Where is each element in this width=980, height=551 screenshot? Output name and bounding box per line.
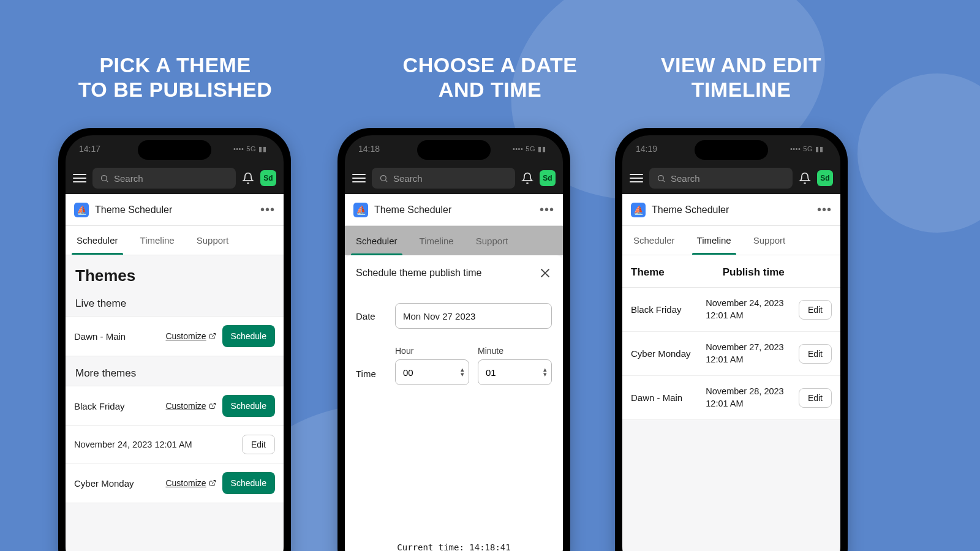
search-input[interactable]: Search <box>92 168 236 189</box>
bell-icon[interactable] <box>799 172 811 184</box>
svg-point-2 <box>381 175 386 181</box>
app-icon: ⛵ <box>353 203 368 217</box>
svg-line-1 <box>106 180 108 182</box>
phone-modal: 14:18 ••••5G▮▮ Search Sd ⛵ Theme Schedul… <box>337 128 570 551</box>
app-icon: ⛵ <box>74 203 89 217</box>
date-input[interactable] <box>395 303 552 329</box>
customize-link[interactable]: Customize <box>165 478 216 488</box>
bell-icon[interactable] <box>521 172 533 184</box>
customize-link[interactable]: Customize <box>165 401 216 411</box>
svg-line-7 <box>663 180 665 182</box>
search-input[interactable]: Search <box>649 168 793 189</box>
modal-title: Schedule theme publish time <box>356 268 481 279</box>
current-time: Current time: 14:18:41 <box>345 541 563 551</box>
caption-3: VIEW AND EDITTIMELINE <box>612 53 870 102</box>
minute-label: Minute <box>478 346 552 356</box>
menu-icon[interactable] <box>73 171 86 185</box>
tab-support[interactable]: Support <box>465 226 519 255</box>
menu-icon[interactable] <box>630 171 643 185</box>
search-icon <box>100 174 109 183</box>
edit-button[interactable]: Edit <box>799 300 832 320</box>
svg-line-3 <box>385 180 387 182</box>
search-placeholder: Search <box>671 173 700 184</box>
status-net: ••••5G▮▮ <box>513 145 546 153</box>
search-icon <box>657 174 666 183</box>
phone-scheduler: 14:17 ••••5G▮▮ Search Sd ⛵ Theme Schedul… <box>58 128 291 551</box>
more-icon[interactable]: ••• <box>540 203 554 217</box>
app-title: Theme Scheduler <box>374 204 533 216</box>
more-themes-heading: More themes <box>66 356 284 386</box>
caption-2: CHOOSE A DATEAND TIME <box>361 53 619 102</box>
live-theme-heading: Live theme <box>66 291 284 316</box>
tab-support[interactable]: Support <box>742 226 797 255</box>
hour-label: Hour <box>395 346 469 356</box>
col-theme: Theme <box>631 266 723 279</box>
schedule-button[interactable]: Schedule <box>222 472 275 494</box>
status-clock: 14:18 <box>358 144 380 154</box>
schedule-modal: Schedule theme publish time Date Time Ho… <box>345 255 563 551</box>
external-icon <box>209 479 216 487</box>
search-placeholder: Search <box>393 173 423 184</box>
timeline-row: Cyber Monday November 27, 2023 12:01 AM … <box>622 332 840 376</box>
date-label: Date <box>356 311 385 321</box>
search-input[interactable]: Search <box>372 168 515 189</box>
row-publish: November 24, 2023 12:01 AM <box>706 298 799 321</box>
search-placeholder: Search <box>114 173 143 184</box>
theme-name: Cyber Monday <box>74 478 159 489</box>
edit-button[interactable]: Edit <box>799 344 832 364</box>
status-net: ••••5G▮▮ <box>233 145 266 153</box>
app-icon: ⛵ <box>631 203 646 217</box>
row-theme: Dawn - Main <box>631 392 706 403</box>
status-clock: 14:17 <box>79 144 100 154</box>
external-icon <box>209 402 216 410</box>
app-title: Theme Scheduler <box>652 204 811 216</box>
status-bar: 14:17 ••••5G▮▮ <box>66 135 284 162</box>
tab-scheduler[interactable]: Scheduler <box>622 226 686 255</box>
schedule-button[interactable]: Schedule <box>222 395 275 417</box>
theme-name: Black Friday <box>74 401 159 411</box>
more-icon[interactable]: ••• <box>260 203 275 217</box>
tab-scheduler[interactable]: Scheduler <box>345 226 409 255</box>
timeline-row: Dawn - Main November 28, 2023 12:01 AM E… <box>622 376 840 420</box>
minute-select[interactable]: 01 <box>478 359 552 385</box>
svg-point-6 <box>658 175 664 181</box>
avatar[interactable]: Sd <box>817 170 833 186</box>
phone-timeline: 14:19 ••••5G▮▮ Search Sd ⛵ Theme Schedul… <box>615 128 848 551</box>
avatar[interactable]: Sd <box>540 170 556 186</box>
menu-icon[interactable] <box>352 171 366 185</box>
row-publish: November 27, 2023 12:01 AM <box>706 342 799 365</box>
edit-button[interactable]: Edit <box>799 388 832 408</box>
row-theme: Black Friday <box>631 304 706 315</box>
status-bar: 14:18 ••••5G▮▮ <box>345 135 563 162</box>
row-publish: November 28, 2023 12:01 AM <box>706 386 799 410</box>
tab-scheduler[interactable]: Scheduler <box>66 226 129 255</box>
hour-select[interactable]: 00 <box>395 359 469 385</box>
scheduled-time: November 24, 2023 12:01 AM <box>74 440 192 449</box>
schedule-button[interactable]: Schedule <box>222 325 275 347</box>
status-bar: 14:19 ••••5G▮▮ <box>622 135 840 162</box>
time-label: Time <box>356 369 385 385</box>
bell-icon[interactable] <box>242 172 254 184</box>
search-icon <box>379 174 388 183</box>
more-icon[interactable]: ••• <box>817 203 832 217</box>
caption-1: PICK A THEMETO BE PUBLISHED <box>47 53 304 102</box>
timeline-row: Black Friday November 24, 2023 12:01 AM … <box>622 288 840 332</box>
svg-point-0 <box>102 175 107 181</box>
tab-timeline[interactable]: Timeline <box>409 226 465 255</box>
tab-support[interactable]: Support <box>186 226 240 255</box>
avatar[interactable]: Sd <box>260 170 276 186</box>
row-theme: Cyber Monday <box>631 348 706 359</box>
status-net: ••••5G▮▮ <box>790 145 823 153</box>
external-icon <box>209 332 216 340</box>
app-title: Theme Scheduler <box>95 204 254 216</box>
tab-timeline[interactable]: Timeline <box>686 226 742 255</box>
close-icon[interactable] <box>538 266 552 280</box>
customize-link[interactable]: Customize <box>165 331 216 341</box>
tab-timeline[interactable]: Timeline <box>129 226 186 255</box>
themes-heading: Themes <box>66 264 284 291</box>
edit-button[interactable]: Edit <box>242 435 275 454</box>
col-publish: Publish time <box>723 266 832 279</box>
status-clock: 14:19 <box>636 144 657 154</box>
theme-name: Dawn - Main <box>74 331 159 342</box>
